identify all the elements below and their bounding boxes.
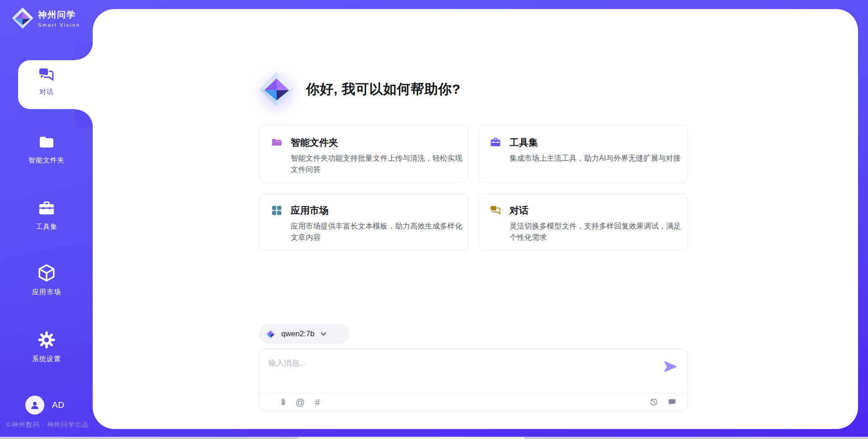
- card-toolset[interactable]: 工具集 集成市场上主流工具，助力AI与外界无缝扩展与对接: [478, 125, 688, 182]
- sidebar-item-label: 应用市场: [32, 288, 61, 296]
- copyright-footer: ©神州数码 · 神州问学出品: [6, 420, 89, 429]
- card-description: 应用市场提供丰富长文本模板，助力高效生成多样化文章内容: [291, 220, 466, 243]
- paperclip-icon: [278, 397, 288, 407]
- history-clock-icon: [649, 397, 659, 407]
- model-diamond-icon: [265, 329, 276, 339]
- at-sign-icon: @: [296, 398, 305, 407]
- composer-toolbar-right: [648, 397, 677, 408]
- card-description: 智能文件夹功能支持批量文件上传与清洗，轻松实现文件问答: [291, 153, 466, 175]
- app-root: 神州问学 Smart Vision 对话 智能文件夹: [0, 0, 868, 439]
- brand-subtitle: Smart Vision: [38, 22, 80, 28]
- topic-button[interactable]: #: [312, 397, 323, 408]
- card-description: 灵活切换多模型文件，支持多样回复效果调试，满足个性化需求: [509, 220, 685, 243]
- brand-diamond-icon: [12, 7, 33, 29]
- card-title: 对话: [509, 204, 528, 217]
- chat-bubbles-icon: [38, 67, 55, 83]
- main-panel: 你好, 我可以如何帮助你? 智能文件夹 智能文件夹功能支持批量文件上传与清洗，轻…: [93, 9, 858, 429]
- card-title: 智能文件夹: [291, 136, 338, 149]
- greeting-title: 你好, 我可以如何帮助你?: [306, 80, 461, 99]
- sidebar-item-settings[interactable]: 系统设置: [0, 330, 93, 363]
- brand-logo: 神州问学 Smart Vision: [12, 7, 80, 29]
- send-button[interactable]: [664, 361, 677, 372]
- briefcase-icon: [37, 200, 56, 218]
- message-input[interactable]: [259, 349, 630, 392]
- horizontal-scrollbar[interactable]: [0, 437, 868, 439]
- chat-bubbles-icon: [490, 205, 501, 216]
- sidebar-item-app-market[interactable]: 应用市场: [0, 263, 93, 296]
- mention-button[interactable]: @: [295, 397, 306, 408]
- scrollbar-thumb[interactable]: [298, 437, 524, 439]
- greeting-diamond-icon: [259, 72, 294, 107]
- sidebar-item-label: 智能文件夹: [28, 156, 65, 165]
- sidebar-item-label: 系统设置: [32, 355, 61, 363]
- briefcase-icon: [490, 137, 501, 148]
- card-smart-folder[interactable]: 智能文件夹 智能文件夹功能支持批量文件上传与清洗，轻松实现文件问答: [259, 125, 469, 182]
- user-profile[interactable]: AD: [25, 396, 64, 415]
- sidebar-item-chat[interactable]: 对话: [0, 67, 93, 96]
- send-arrow-icon: [664, 361, 677, 372]
- new-chat-button[interactable]: [666, 397, 677, 408]
- folder-icon: [37, 133, 56, 151]
- chat-bubble-icon: [667, 397, 677, 407]
- cube-3d-icon: [37, 263, 57, 283]
- card-title: 应用市场: [291, 204, 329, 217]
- greeting: 你好, 我可以如何帮助你?: [259, 72, 461, 107]
- card-title: 工具集: [509, 136, 538, 149]
- brand-name: 神州问学: [38, 9, 80, 21]
- feature-cards: 智能文件夹 智能文件夹功能支持批量文件上传与清洗，轻松实现文件问答: [259, 125, 688, 250]
- hash-icon: #: [315, 398, 320, 407]
- sidebar-item-label: 工具集: [36, 223, 57, 231]
- user-name: AD: [52, 400, 64, 410]
- card-description: 集成市场上主流工具，助力AI与外界无缝扩展与对接: [509, 153, 685, 164]
- avatar: [25, 396, 44, 415]
- tab-scoop-top: [75, 42, 93, 60]
- sidebar-item-smart-folder[interactable]: 智能文件夹: [0, 133, 93, 165]
- folder-open-icon: [271, 137, 283, 148]
- message-composer: @ #: [259, 348, 688, 411]
- model-selector[interactable]: qwen2:7b: [259, 324, 349, 344]
- chevron-down-icon: [321, 332, 326, 336]
- attach-file-button[interactable]: [278, 397, 288, 408]
- tab-scoop-bottom: [75, 109, 93, 127]
- model-label: qwen2:7b: [281, 329, 315, 339]
- person-silhouette-icon: [29, 399, 41, 411]
- history-button[interactable]: [648, 397, 659, 408]
- sidebar-item-toolset[interactable]: 工具集: [0, 200, 93, 231]
- gear-icon: [37, 330, 57, 350]
- card-chat[interactable]: 对话 灵活切换多模型文件，支持多样回复效果调试，满足个性化需求: [478, 193, 688, 250]
- card-app-market[interactable]: 应用市场 应用市场提供丰富长文本模板，助力高效生成多样化文章内容: [259, 193, 469, 250]
- sidebar-item-label: 对话: [39, 88, 54, 96]
- composer-toolbar: @ #: [278, 393, 677, 411]
- grid-tiles-icon: [271, 205, 283, 216]
